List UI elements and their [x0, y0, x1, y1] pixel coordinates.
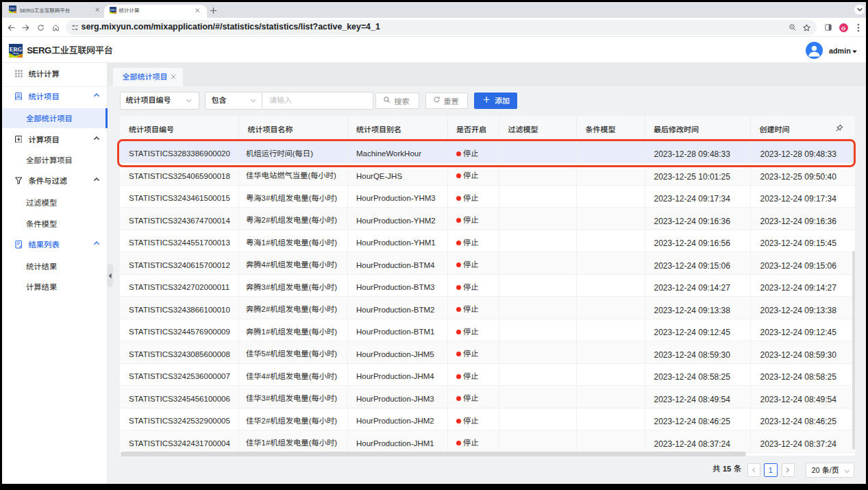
svg-text:ERG: ERG [110, 8, 117, 12]
svg-text:ERG: ERG [10, 8, 16, 11]
svg-text:Group: Group [13, 52, 19, 55]
